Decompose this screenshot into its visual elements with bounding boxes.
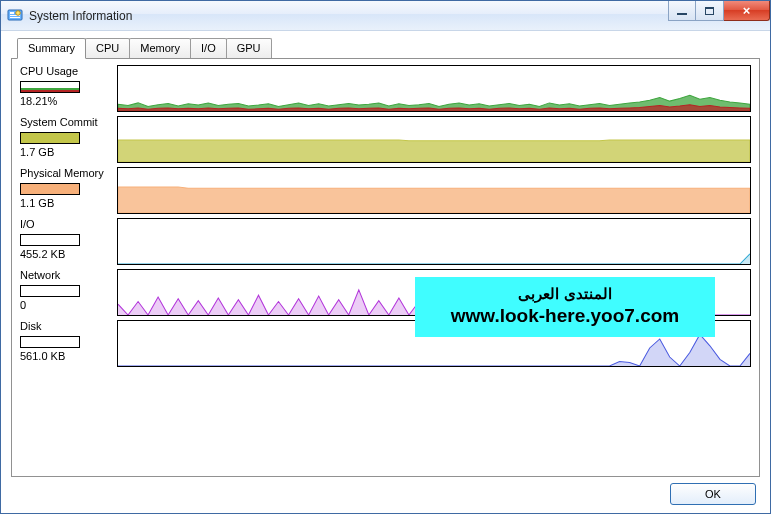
- physmem-mini-graph: [20, 183, 80, 195]
- network-mini-graph: [20, 285, 80, 297]
- cpu-label: CPU Usage: [20, 65, 78, 77]
- summary-panel: CPU Usage 18.21% System Commit 1.7 GB Ph…: [11, 58, 760, 477]
- svg-rect-1: [10, 12, 14, 14]
- tab-row: Summary CPU Memory I/O GPU: [17, 37, 760, 58]
- io-graph: [117, 218, 751, 265]
- window: System Information × Summary CPU Memory …: [0, 0, 771, 514]
- ok-button[interactable]: OK: [670, 483, 756, 505]
- overlay-arabic: المنتدى العربى: [437, 285, 693, 303]
- svg-point-4: [16, 10, 21, 15]
- network-label: Network: [20, 269, 60, 281]
- physmem-graph: [117, 167, 751, 214]
- metric-cpu: CPU Usage 18.21%: [20, 65, 751, 112]
- disk-label: Disk: [20, 320, 41, 332]
- tab-memory[interactable]: Memory: [129, 38, 191, 59]
- titlebar[interactable]: System Information ×: [1, 1, 770, 31]
- tab-cpu[interactable]: CPU: [85, 38, 130, 59]
- commit-value: 1.7 GB: [20, 146, 54, 158]
- overlay-url: www.look-here.yoo7.com: [437, 305, 693, 327]
- cpu-value: 18.21%: [20, 95, 57, 107]
- cpu-graph: [117, 65, 751, 112]
- tab-io[interactable]: I/O: [190, 38, 227, 59]
- maximize-button[interactable]: [696, 1, 724, 21]
- watermark-overlay: المنتدى العربى www.look-here.yoo7.com: [415, 277, 715, 337]
- cpu-mini-graph: [20, 81, 80, 93]
- client-area: Summary CPU Memory I/O GPU CPU Usage 18.…: [1, 31, 770, 513]
- tab-gpu[interactable]: GPU: [226, 38, 272, 59]
- metric-commit: System Commit 1.7 GB: [20, 116, 751, 163]
- app-icon: [7, 8, 23, 24]
- disk-value: 561.0 KB: [20, 350, 65, 362]
- svg-rect-3: [10, 17, 20, 18]
- physmem-value: 1.1 GB: [20, 197, 54, 209]
- commit-mini-graph: [20, 132, 80, 144]
- disk-mini-graph: [20, 336, 80, 348]
- metric-physmem: Physical Memory 1.1 GB: [20, 167, 751, 214]
- io-mini-graph: [20, 234, 80, 246]
- physmem-label: Physical Memory: [20, 167, 104, 179]
- button-bar: OK: [11, 477, 760, 505]
- commit-graph: [117, 116, 751, 163]
- io-value: 455.2 KB: [20, 248, 65, 260]
- window-controls: ×: [668, 1, 770, 21]
- close-button[interactable]: ×: [724, 1, 770, 21]
- tab-summary[interactable]: Summary: [17, 38, 86, 59]
- window-title: System Information: [29, 9, 770, 23]
- io-label: I/O: [20, 218, 35, 230]
- commit-label: System Commit: [20, 116, 98, 128]
- minimize-button[interactable]: [668, 1, 696, 21]
- metric-io: I/O 455.2 KB: [20, 218, 751, 265]
- network-value: 0: [20, 299, 26, 311]
